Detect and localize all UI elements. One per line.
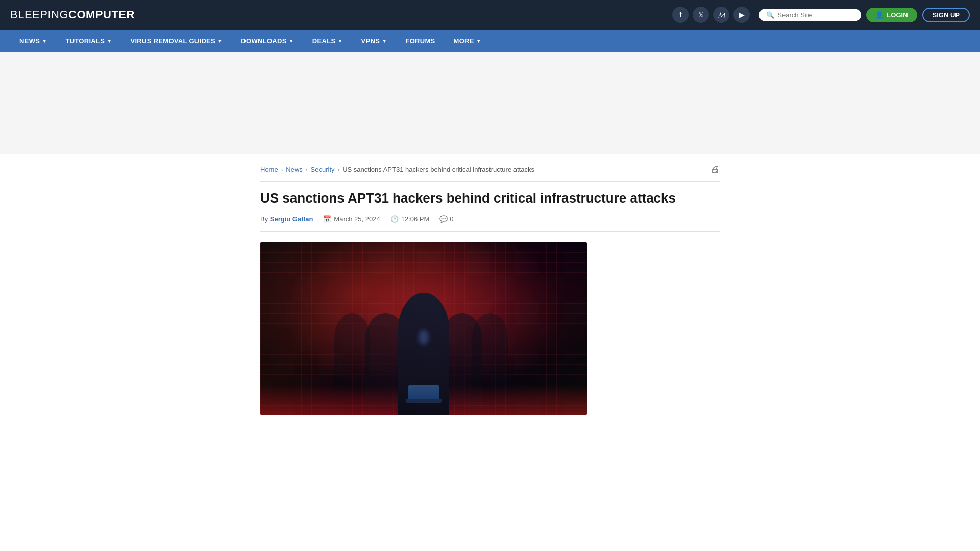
nav-tutorials-arrow: ▼ xyxy=(107,38,112,44)
nav-deals-label: DEALS xyxy=(312,37,336,45)
comment-count[interactable]: 💬 0 xyxy=(439,215,453,223)
figure-center xyxy=(398,293,449,415)
search-box: 🔍 xyxy=(759,9,861,21)
nav-item-news[interactable]: NEWS ▼ xyxy=(10,30,56,52)
nav-deals-arrow: ▼ xyxy=(337,38,342,44)
article-time: 12:06 PM xyxy=(401,215,430,223)
nav-more-label: MORE xyxy=(454,37,474,45)
breadcrumb-sep-3: › xyxy=(338,167,340,173)
nav-item-forums[interactable]: FORUMS xyxy=(396,30,444,52)
login-button[interactable]: 👤 LOGIN xyxy=(866,8,917,22)
author-link[interactable]: Sergiu Gatlan xyxy=(270,215,313,223)
breadcrumb-left: Home › News › Security › US sanctions AP… xyxy=(260,166,534,173)
face-glow xyxy=(419,330,429,345)
comment-icon: 💬 xyxy=(439,215,448,223)
nav-forums-label: FORUMS xyxy=(405,37,435,45)
nav-more-arrow: ▼ xyxy=(476,38,481,44)
nav-vpns-arrow: ▼ xyxy=(382,38,387,44)
time-meta: 🕐 12:06 PM xyxy=(390,215,430,223)
nav-vpns-label: VPNS xyxy=(361,37,380,45)
login-label: LOGIN xyxy=(887,11,908,19)
date-meta: 📅 March 25, 2024 xyxy=(323,215,380,223)
logo-bold: COMPUTER xyxy=(68,8,135,21)
clock-icon: 🕐 xyxy=(390,215,399,223)
article-date: March 25, 2024 xyxy=(334,215,380,223)
social-icons-group: f 𝕏 𝓜 ▶ xyxy=(672,7,750,23)
nav-item-more[interactable]: MORE ▼ xyxy=(445,30,491,52)
laptop xyxy=(408,385,439,400)
nav-item-downloads[interactable]: DOWNLOADS ▼ xyxy=(232,30,303,52)
comment-number: 0 xyxy=(450,215,453,223)
breadcrumb: Home › News › Security › US sanctions AP… xyxy=(260,164,720,182)
mastodon-icon[interactable]: 𝓜 xyxy=(713,7,729,23)
breadcrumb-news[interactable]: News xyxy=(286,166,303,173)
facebook-icon[interactable]: f xyxy=(672,7,689,23)
nav-downloads-label: DOWNLOADS xyxy=(241,37,286,45)
print-icon[interactable]: 🖨 xyxy=(710,164,720,175)
nav-item-tutorials[interactable]: TUTORIALS ▼ xyxy=(56,30,121,52)
nav-tutorials-label: TUTORIALS xyxy=(65,37,105,45)
hacker-illustration xyxy=(260,242,587,415)
nav-item-deals[interactable]: DEALS ▼ xyxy=(303,30,352,52)
twitter-icon[interactable]: 𝕏 xyxy=(693,7,709,23)
search-input[interactable] xyxy=(777,11,854,19)
signup-label: SIGN UP xyxy=(933,11,960,19)
article-meta: By Sergiu Gatlan 📅 March 25, 2024 🕐 12:0… xyxy=(260,215,720,232)
article-hero-image xyxy=(260,242,587,415)
signup-button[interactable]: SIGN UP xyxy=(922,8,970,22)
article-main: Home › News › Security › US sanctions AP… xyxy=(245,154,735,436)
youtube-icon[interactable]: ▶ xyxy=(733,7,750,23)
nav-item-virus[interactable]: VIRUS REMOVAL GUIDES ▼ xyxy=(121,30,232,52)
nav-news-arrow: ▼ xyxy=(42,38,47,44)
advertisement-banner xyxy=(0,52,980,154)
breadcrumb-sep-2: › xyxy=(306,167,308,173)
breadcrumb-security[interactable]: Security xyxy=(311,166,335,173)
search-icon: 🔍 xyxy=(766,11,774,19)
nav-item-vpns[interactable]: VPNS ▼ xyxy=(352,30,397,52)
site-logo[interactable]: BLEEPINGCOMPUTER xyxy=(10,8,135,21)
logo-light: BLEEPING xyxy=(10,8,68,21)
header-right: f 𝕏 𝓜 ▶ 🔍 👤 LOGIN SIGN UP xyxy=(672,7,970,23)
article-title: US sanctions APT31 hackers behind critic… xyxy=(260,190,720,207)
user-icon: 👤 xyxy=(875,11,884,19)
breadcrumb-home[interactable]: Home xyxy=(260,166,278,173)
nav-virus-label: VIRUS REMOVAL GUIDES xyxy=(130,37,215,45)
nav-virus-arrow: ▼ xyxy=(217,38,223,44)
nav-downloads-arrow: ▼ xyxy=(289,38,294,44)
author-by-label: By Sergiu Gatlan xyxy=(260,215,313,223)
calendar-icon: 📅 xyxy=(323,215,331,223)
nav-news-label: NEWS xyxy=(19,37,40,45)
breadcrumb-current: US sanctions APT31 hackers behind critic… xyxy=(342,166,534,173)
site-header: BLEEPINGCOMPUTER f 𝕏 𝓜 ▶ 🔍 👤 LOGIN SIGN … xyxy=(0,0,980,30)
main-nav: NEWS ▼ TUTORIALS ▼ VIRUS REMOVAL GUIDES … xyxy=(0,30,980,52)
breadcrumb-sep-1: › xyxy=(281,167,283,173)
